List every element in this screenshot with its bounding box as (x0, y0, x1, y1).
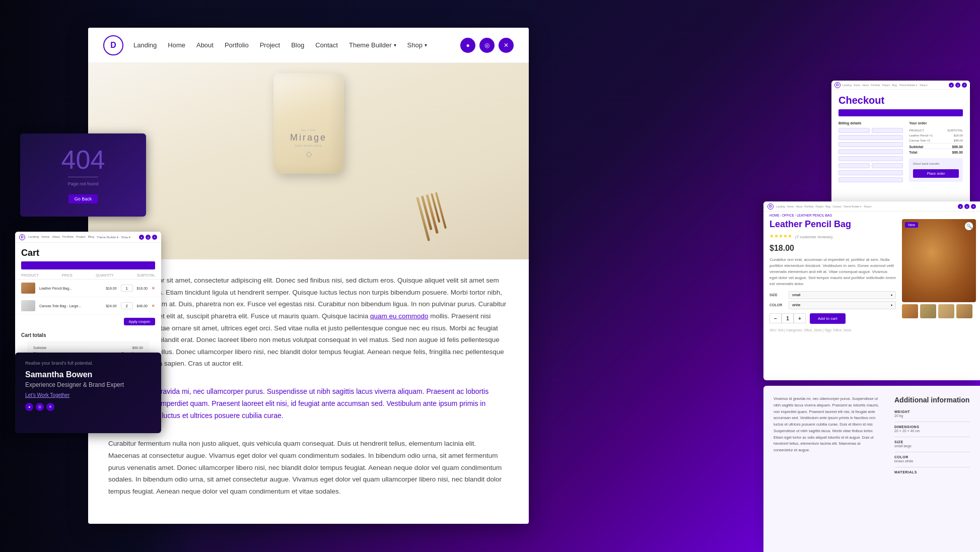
designer-social-3[interactable]: ✕ (46, 403, 54, 411)
designer-role: Experience Designer & Brand Expert (25, 381, 151, 388)
social-btn-instagram[interactable]: ◎ (479, 38, 495, 53)
checkout-social-3: ✕ (962, 83, 967, 88)
spec-dimensions-value: 20 × 20 × 40 cm (894, 429, 970, 433)
product-thumb-2[interactable] (920, 304, 936, 318)
product-image-col: 🔍 New (902, 219, 980, 339)
spec-divider-3 (894, 452, 970, 452)
wishlist-icon[interactable]: 🔍 (965, 222, 973, 230)
product-thumb-4[interactable] (956, 304, 972, 318)
checkout-mini-logo: D (834, 82, 841, 88)
additional-left-col: Vivamus id gravida mi, nec ullamcorper p… (763, 386, 889, 552)
logo[interactable]: D (103, 35, 123, 55)
country-field[interactable] (838, 142, 903, 147)
cart-item-name-2: Canvas Tote Bag - Large... (39, 304, 102, 308)
first-name-field[interactable] (838, 128, 870, 133)
blog-highlight-link[interactable]: quam eu commodo (370, 312, 429, 320)
cart-item-qty-2[interactable]: 2 (121, 302, 133, 309)
additional-cols: Vivamus id gravida mi, nec ullamcorper p… (763, 386, 980, 552)
qty-plus[interactable]: + (794, 313, 806, 323)
cart-item-thumb-2 (21, 300, 35, 311)
spec-weight: WEIGHT 20 kg (894, 410, 970, 418)
social-btn-1[interactable]: ● (460, 38, 475, 53)
nav-shop[interactable]: Shop (407, 41, 427, 49)
cart-item-remove-1[interactable]: ✕ (152, 286, 155, 291)
checkout-social-1: ● (949, 83, 954, 88)
nav-project[interactable]: Project (260, 41, 280, 49)
product-description: Curabitur orci erat, accumsan ut imperdi… (769, 257, 896, 287)
product-social-3: ✕ (971, 204, 976, 209)
size-label: SIZE (769, 293, 785, 297)
checkout-mini-links: Landing Home About Portfolio Project Blo… (843, 84, 928, 87)
product-mini-nav: D Landing Home About Portfolio Project B… (763, 201, 980, 212)
cart-item-subtotal-2: $48.00 (137, 304, 148, 308)
error-message: Page not found (61, 181, 105, 186)
spec-materials: MATERIALS (894, 470, 970, 474)
nav-landing[interactable]: Landing (133, 41, 157, 49)
designer-social-2[interactable]: ◎ (36, 403, 44, 411)
nav-about[interactable]: About (196, 41, 214, 49)
cart-item-price-2: $24.00 (106, 304, 116, 308)
cart-mini-social-1: ● (139, 235, 144, 240)
qty-minus[interactable]: − (769, 313, 782, 323)
error-divider (68, 177, 98, 177)
product-meta: SKU: N/A | Categories: Office, Store | T… (769, 328, 896, 333)
nav-blog[interactable]: Blog (291, 41, 304, 49)
color-select[interactable]: white ▾ (789, 301, 896, 309)
name-row (838, 128, 903, 133)
place-order-button[interactable]: Place order (913, 169, 959, 178)
cart-item-qty-1[interactable]: 1 (121, 285, 133, 292)
product-review-count[interactable]: (7 customer reviews) (795, 235, 832, 239)
size-select[interactable]: small ▾ (789, 291, 896, 299)
checkout-title: Checkout (831, 90, 970, 109)
state-field[interactable] (838, 163, 870, 168)
color-label: COLOR (769, 303, 785, 307)
billing-title: Billing details (838, 121, 903, 125)
product-thumb-1[interactable] (902, 304, 918, 318)
product-thumb-3[interactable] (938, 304, 954, 318)
payment-section: Direct bank transfer Place order (909, 158, 963, 182)
last-name-field[interactable] (872, 128, 903, 133)
state-zip-row (838, 163, 903, 168)
product-info-col: Leather Pencil Bag ★★★★★ (7 customer rev… (763, 219, 902, 339)
cart-title: Cart (15, 243, 161, 261)
cart-item-price-1: $18.00 (106, 287, 116, 290)
nav-home[interactable]: Home (168, 41, 185, 49)
cart-mini-social-3: ✕ (152, 235, 157, 240)
add-to-cart-button[interactable]: Add to cart (810, 313, 846, 324)
designer-social-1[interactable]: ● (25, 403, 33, 411)
postcode-field[interactable] (872, 163, 903, 168)
nav-contact[interactable]: Contact (315, 41, 338, 49)
designer-cta-link[interactable]: Let's Work Together (25, 392, 151, 398)
product-main-image-inner (902, 219, 976, 302)
social-btn-twitter[interactable]: ✕ (499, 38, 514, 53)
phone-field[interactable] (838, 170, 903, 175)
cart-mini-links: Landing Home About Portfolio Project Blo… (28, 235, 130, 239)
product-price: $18.00 (769, 244, 896, 253)
nav-theme-builder[interactable]: Theme Builder (349, 41, 396, 49)
checkout-columns: Billing details Your order (831, 121, 970, 184)
order-item-1: PRODUCT SUBTOTAL (909, 128, 963, 133)
cart-item-thumb-1 (21, 283, 35, 294)
cart-item-remove-2[interactable]: ✕ (152, 304, 155, 308)
go-back-button[interactable]: Go Back (68, 194, 98, 203)
spec-color-value: brown white (894, 459, 970, 463)
company-name-field[interactable] (838, 135, 903, 140)
checkout-mini-nav: D Landing Home About Portfolio Project B… (831, 81, 970, 90)
blog-blockquote: Vivamus id gravida mi, nec ullamcorper p… (108, 380, 509, 428)
spec-weight-value: 20 kg (894, 414, 970, 418)
apply-coupon-button[interactable]: Apply coupon (124, 318, 155, 325)
nav-portfolio[interactable]: Portfolio (225, 41, 249, 49)
product-columns: Leather Pencil Bag ★★★★★ (7 customer rev… (763, 219, 980, 339)
order-summary-col: Your order PRODUCT SUBTOTAL Leather Penc… (909, 121, 963, 184)
email-field[interactable] (838, 177, 903, 182)
navbar: D Landing Home About Portfolio Project B… (88, 28, 529, 63)
spec-materials-label: MATERIALS (894, 470, 970, 474)
additional-title: Additional information (894, 396, 970, 404)
spec-color-label: COLOR (894, 455, 970, 459)
cart-totals-title: Cart totals (21, 332, 155, 338)
spec-dimensions-label: DIMENSIONS (894, 425, 970, 429)
city-field[interactable] (838, 156, 903, 161)
panel-additional-info: Vivamus id gravida mi, nec ullamcorper p… (763, 386, 980, 552)
street-address-field[interactable] (838, 149, 903, 154)
order-subtotal: Subtotal $66.00 (909, 143, 963, 149)
